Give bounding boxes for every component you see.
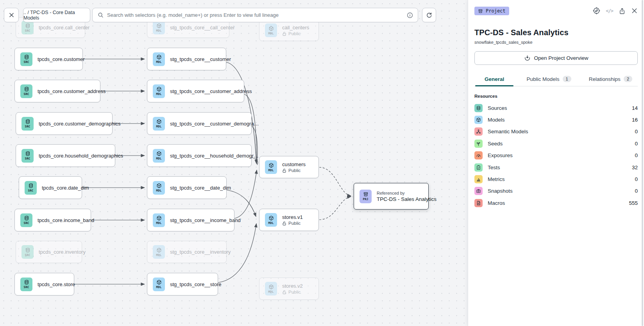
close-icon [9,12,14,18]
close-panel-icon[interactable] [631,7,638,14]
source-icon: SRC [20,84,32,98]
source-icon: SRC [20,52,32,66]
source-icon: SRC [20,213,32,227]
node-label: call_centers [282,25,309,30]
node-label: tpcds_core.store [38,281,75,287]
resource-row: Metrics 0 [474,173,638,185]
resource-count: 0 [635,129,638,134]
lock-open-icon [282,168,286,173]
project-icon: PRJ [360,190,372,203]
lineage-node-model[interactable]: MDL stg_tpcds_core__income_band [147,209,234,231]
resource-row: Semantic Models 0 [474,126,638,138]
refresh-lineage-button[interactable] [422,8,436,22]
tab-public-models[interactable]: Public Models 1 [522,76,576,86]
node-visibility: Public [282,168,306,173]
lineage-node-model[interactable]: MDL stg_tpcds_core__household_demogr… [147,144,252,167]
node-label: stg_tpcds_core__customer [170,56,231,62]
model-icon: MDL [265,23,277,37]
lineage-app: SRC tpcds_core.call_center SRC tpcds_cor… [0,0,644,326]
bar-chart-icon [474,175,483,183]
node-label: TPC-DS - Sales Analytics [377,196,436,202]
resource-count: 16 [632,117,638,123]
cube-icon [474,116,483,124]
info-icon[interactable] [407,12,413,18]
node-label: tpcds_core.call_center [39,25,89,30]
panel-subtitle: snowflake_tpcds_sales_spoke [474,40,638,45]
model-icon: MDL [153,245,165,259]
details-panel: Project </> TPC-DS - Sales Analytics sno… [468,0,644,326]
gauge-icon [474,151,483,159]
resource-row: Snapshots 0 [474,185,638,197]
node-label: stg_tpcds_core__store [170,281,222,287]
model-icon: MDL [265,160,277,174]
model-icon: MDL [153,117,165,131]
source-icon: SRC [21,245,34,259]
resource-count: 0 [635,188,638,194]
source-icon: SRC [21,117,34,131]
node-visibility: Public [282,290,303,294]
tab-general[interactable]: General [475,76,513,86]
lineage-node-model[interactable]: MDL stg_tpcds_core__customer_demogra… [147,112,252,135]
refresh-icon [426,12,432,18]
resource-count: 32 [632,165,638,170]
lineage-node-public-model[interactable]: MDL stores.v2 Public [259,278,319,300]
lineage-node-public-model[interactable]: MDL customers Public [259,156,319,178]
node-label: tpcds_core.income_band [38,217,94,223]
lineage-node-model[interactable]: MDL stg_tpcds_core__customer_address [147,80,244,102]
resources-heading: Resources [474,94,638,99]
graph-icon [474,127,483,136]
breadcrumb[interactable]: .. / TPC-DS - Core Data Models [23,8,90,22]
source-icon: SRC [25,181,37,195]
lineage-node-source[interactable]: SRC tpcds_core.date_dim [19,176,82,199]
panel-scrollbar[interactable] [642,0,643,326]
lock-open-icon [282,32,286,36]
lineage-node-source[interactable]: SRC tpcds_core.inventory [16,241,82,263]
model-icon: MDL [153,21,165,34]
resource-row: Exposures 0 [474,150,638,161]
lock-open-icon [282,290,286,294]
model-icon: MDL [153,181,165,195]
lineage-node-source[interactable]: SRC tpcds_core.customer_demographics [16,112,113,135]
explore-icon[interactable] [593,7,600,14]
lineage-node-source[interactable]: SRC tpcds_core.customer_address [14,80,100,102]
resources-list: Sources 14 Models 16 Semantic Models 0 [474,102,638,209]
source-icon: SRC [21,21,34,34]
lineage-node-project[interactable]: PRJ Referenced by TPC-DS - Sales Analyti… [354,183,429,210]
node-label: tpcds_core.inventory [39,249,86,255]
lineage-node-model[interactable]: MDL stg_tpcds_core__store [147,273,218,296]
model-icon: MDL [153,213,165,227]
model-icon: MDL [153,278,165,291]
resource-count: 0 [635,176,638,182]
model-icon: MDL [153,84,165,98]
lineage-node-model[interactable]: MDL stg_tpcds_core__inventory [147,241,227,263]
lineage-node-model[interactable]: MDL stg_tpcds_core__date_dim [147,176,227,199]
lineage-node-model[interactable]: MDL stg_tpcds_core__customer [147,48,226,70]
lineage-node-source[interactable]: SRC tpcds_core.household_demographics [16,144,115,167]
share-icon[interactable] [619,7,626,14]
model-icon: MDL [265,213,277,227]
close-lineage-button[interactable] [4,8,19,22]
node-label: stg_tpcds_core__date_dim [170,185,231,191]
source-icon: SRC [21,149,34,163]
node-label: tpcds_core.date_dim [42,185,89,191]
node-label: tpcds_core.customer [38,56,85,62]
seedling-icon [474,140,483,148]
code-icon[interactable]: </> [606,8,613,14]
lineage-node-source[interactable]: SRC tpcds_core.store [14,273,74,296]
lineage-canvas[interactable]: SRC tpcds_core.call_center SRC tpcds_cor… [0,0,468,326]
lineage-node-source[interactable]: SRC tpcds_core.income_band [14,209,91,231]
overview-icon [524,55,531,61]
camera-icon [474,187,483,195]
lineage-node-public-model[interactable]: MDL call_centers Public [259,20,319,41]
resource-row: Models 16 [474,114,638,125]
node-label: tpcds_core.customer_demographics [39,121,121,127]
tab-relationships[interactable]: Relationships 2 [584,76,637,86]
node-label: tpcds_core.customer_address [38,88,106,94]
search-icon [98,12,104,18]
node-label: stores.v2 [282,283,303,289]
lineage-node-public-model[interactable]: MDL stores.v1 Public [259,209,319,231]
lineage-node-source[interactable]: SRC tpcds_core.customer [14,48,83,70]
search-bar [92,8,418,22]
open-project-overview-button[interactable]: Open Project Overview [474,51,638,65]
search-input[interactable] [107,12,403,18]
